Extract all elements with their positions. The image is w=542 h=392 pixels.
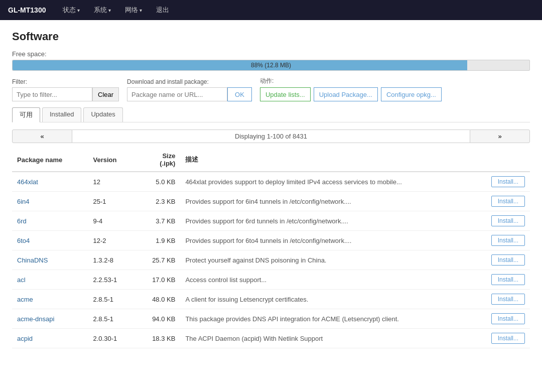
package-desc-cell: 464xlat provides support to deploy limit… [180,172,470,192]
download-group: Download and install package: OK [127,78,252,101]
table-row: 6to4 12-2 1.9 KB Provides support for 6t… [12,231,530,250]
package-version-cell: 12 [88,172,134,192]
package-name-cell[interactable]: ChinaDNS [12,250,88,270]
package-size-cell: 5.0 KB [134,172,180,192]
tab-installed[interactable]: Installed [42,107,81,122]
package-name-cell[interactable]: 464xlat [12,172,88,192]
package-size-cell: 1.9 KB [134,231,180,250]
table-row: 464xlat 12 5.0 KB 464xlat provides suppo… [12,172,530,192]
actions-group: 动作: Update lists... Upload Package... Co… [260,77,442,101]
tab-updates[interactable]: Updates [83,107,122,122]
package-desc-cell: Access control list support... [180,270,470,290]
package-size-cell: 17.0 KB [134,270,180,290]
prev-page-button[interactable]: « [12,129,72,143]
package-action-cell: Install... [470,309,530,329]
filter-group: Filter: Clear [12,78,119,101]
package-action-cell: Install... [470,270,530,290]
install-button[interactable]: Install... [491,176,525,187]
install-button[interactable]: Install... [491,313,525,324]
package-name-cell[interactable]: 6to4 [12,231,88,250]
package-name-cell[interactable]: 6in4 [12,192,88,211]
package-version-cell: 2.2.53-1 [88,270,134,290]
package-version-cell: 2.0.30-1 [88,329,134,348]
package-action-cell: Install... [470,329,530,348]
table-row: acme 2.8.5-1 48.0 KB A client for issuin… [12,290,530,309]
col-header-name: Package name [12,148,88,172]
package-size-cell: 3.7 KB [134,211,180,231]
package-size-cell: 2.3 KB [134,192,180,211]
package-name-cell[interactable]: acpid [12,329,88,348]
package-action-cell: Install... [470,192,530,211]
package-name-cell[interactable]: 6rd [12,211,88,231]
package-desc-cell: Provides support for 6to4 tunnels in /et… [180,231,470,250]
controls-row: Filter: Clear Download and install packa… [12,77,530,101]
table-row: acl 2.2.53-1 17.0 KB Access control list… [12,270,530,290]
install-button[interactable]: Install... [491,274,525,285]
package-version-cell: 12-2 [88,231,134,250]
install-button[interactable]: Install... [491,294,525,305]
configure-opkg-button[interactable]: Configure opkg... [381,87,442,101]
free-space-label: Free space: [12,50,530,58]
table-row: ChinaDNS 1.3.2-8 25.7 KB Protect yoursel… [12,250,530,270]
package-desc-cell: This package provides DNS API integratio… [180,309,470,329]
clear-button[interactable]: Clear [92,87,119,101]
free-space-progress-bar: 88% (12.8 MB) [12,60,530,71]
page-title: Software [12,30,530,43]
url-input[interactable] [127,87,227,101]
package-name-cell[interactable]: acme [12,290,88,309]
nav-item-logout[interactable]: 退出 [154,0,171,20]
package-size-cell: 48.0 KB [134,290,180,309]
nav-item-network[interactable]: 网络 ▾ [123,0,144,20]
tabs: 可用 Installed Updates [12,107,530,122]
progress-bar-fill [13,60,467,70]
package-action-cell: Install... [470,211,530,231]
package-size-cell: 18.3 KB [134,329,180,348]
package-desc-cell: Provides support for 6rd tunnels in /etc… [180,211,470,231]
package-desc-cell: A client for issuing Letsencrypt certifi… [180,290,470,309]
install-button[interactable]: Install... [491,235,525,246]
package-size-cell: 94.0 KB [134,309,180,329]
nav-item-system[interactable]: 系统 ▾ [92,0,113,20]
pagination-info: Displaying 1-100 of 8431 [72,129,470,143]
package-version-cell: 2.8.5-1 [88,290,134,309]
col-header-size: Size(.ipk) [134,148,180,172]
actions-label: 动作: [260,77,442,85]
package-action-cell: Install... [470,290,530,309]
package-name-cell[interactable]: acme-dnsapi [12,309,88,329]
pagination-row: « Displaying 1-100 of 8431 » [12,129,530,143]
install-button[interactable]: Install... [491,333,525,344]
main-content: Software Free space: 88% (12.8 MB) Filte… [0,20,542,392]
package-version-cell: 1.3.2-8 [88,250,134,270]
actions-buttons: Update lists... Upload Package... Config… [260,87,442,101]
package-version-cell: 9-4 [88,211,134,231]
package-desc-cell: The ACPI Daemon (acpid) With Netlink Sup… [180,329,470,348]
download-label: Download and install package: [127,78,252,85]
install-button[interactable]: Install... [491,215,525,226]
package-size-cell: 25.7 KB [134,250,180,270]
table-header-row: Package name Version Size(.ipk) 描述 [12,148,530,172]
brand-logo: GL-MT1300 [8,6,46,14]
filter-input[interactable] [12,87,92,101]
col-header-action [470,148,530,172]
next-page-button[interactable]: » [470,129,530,143]
package-action-cell: Install... [470,250,530,270]
tab-available[interactable]: 可用 [12,107,40,122]
table-row: 6in4 25-1 2.3 KB Provides support for 6i… [12,192,530,211]
package-name-cell[interactable]: acl [12,270,88,290]
chevron-down-icon: ▾ [140,8,142,13]
filter-label: Filter: [12,78,119,85]
ok-button[interactable]: OK [227,87,252,101]
install-button[interactable]: Install... [491,254,525,266]
nav-item-status[interactable]: 状态 ▾ [61,0,82,20]
chevron-down-icon: ▾ [77,8,80,13]
url-row: OK [127,87,252,101]
col-header-version: Version [88,148,134,172]
filter-with-clear: Clear [12,87,119,101]
progress-bar-text: 88% (12.8 MB) [251,62,291,69]
install-button[interactable]: Install... [491,196,525,207]
package-version-cell: 25-1 [88,192,134,211]
package-action-cell: Install... [470,172,530,192]
update-lists-button[interactable]: Update lists... [260,87,311,101]
upload-package-button[interactable]: Upload Package... [314,87,378,101]
package-desc-cell: Protect yourself against DNS poisoning i… [180,250,470,270]
